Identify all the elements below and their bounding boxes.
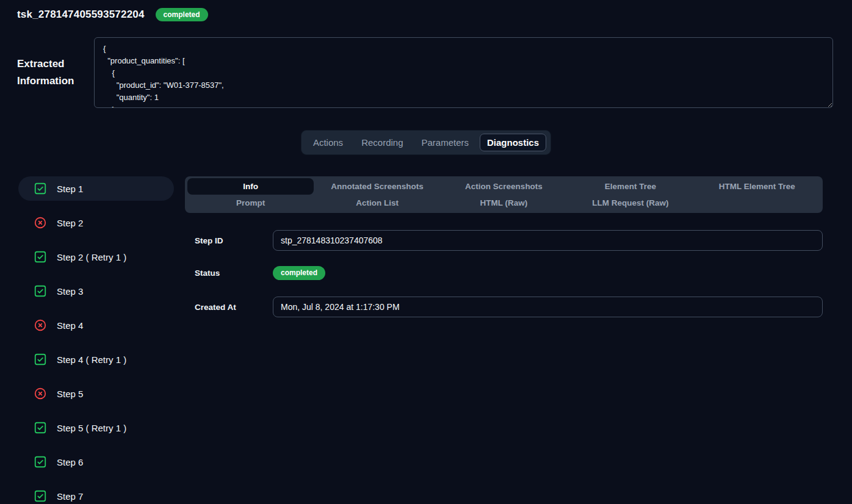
step-item-5-retry-1[interactable]: Step 5 ( Retry 1 ) <box>18 416 174 440</box>
error-circle-icon <box>34 319 47 332</box>
subtab-html-raw[interactable]: HTML (Raw) <box>441 195 567 211</box>
check-square-icon <box>34 489 47 503</box>
step-item-4-retry-1[interactable]: Step 4 ( Retry 1 ) <box>18 347 174 372</box>
main-content: Step 1 Step 2 Step 2 ( Retry 1 ) Step 3 <box>18 176 823 504</box>
step-item-5[interactable]: Step 5 <box>18 381 174 406</box>
extracted-information-section: Extracted Information { "product_quantit… <box>17 37 833 108</box>
main-tabbar-wrap: Actions Recording Parameters Diagnostics <box>0 130 852 155</box>
steps-sidebar: Step 1 Step 2 Step 2 ( Retry 1 ) Step 3 <box>18 176 174 504</box>
created-at-input[interactable] <box>273 297 823 317</box>
subtab-prompt[interactable]: Prompt <box>187 195 314 211</box>
step-label: Step 7 <box>57 491 83 502</box>
step-label: Step 6 <box>57 457 83 467</box>
step-label: Step 5 ( Retry 1 ) <box>57 423 126 433</box>
extracted-information-textarea[interactable]: { "product_quantities": [ { "product_id"… <box>94 37 833 108</box>
check-square-icon <box>34 182 47 195</box>
error-circle-icon <box>34 387 47 400</box>
step-label: Step 3 <box>57 286 83 297</box>
step-label: Step 2 ( Retry 1 ) <box>57 252 126 262</box>
step-item-2[interactable]: Step 2 <box>18 211 174 235</box>
task-header: tsk_278147405593572204 completed <box>0 0 852 21</box>
check-square-icon <box>34 250 47 264</box>
main-tabbar: Actions Recording Parameters Diagnostics <box>301 130 551 155</box>
subtab-llm-request-raw[interactable]: LLM Request (Raw) <box>567 195 693 211</box>
step-item-4[interactable]: Step 4 <box>18 313 174 337</box>
tab-diagnostics[interactable]: Diagnostics <box>480 134 546 151</box>
created-at-label: Created At <box>195 303 273 312</box>
step-id-input[interactable] <box>273 230 823 251</box>
diagnostics-panel: Info Annotated Screenshots Action Screen… <box>185 176 823 329</box>
subtab-info[interactable]: Info <box>187 178 314 195</box>
step-label: Step 2 <box>57 218 83 228</box>
error-circle-icon <box>34 216 47 229</box>
subtab-action-list[interactable]: Action List <box>314 195 440 211</box>
field-created-at: Created At <box>195 297 823 317</box>
subtab-spacer <box>694 195 820 211</box>
subtab-html-element-tree[interactable]: HTML Element Tree <box>694 178 820 195</box>
tab-parameters[interactable]: Parameters <box>414 134 477 151</box>
task-id-title: tsk_278147405593572204 <box>17 9 145 21</box>
status-label: Status <box>195 268 273 278</box>
subtab-element-tree[interactable]: Element Tree <box>567 178 693 195</box>
task-status-badge: completed <box>156 8 208 21</box>
step-item-6[interactable]: Step 6 <box>18 450 174 474</box>
step-id-label: Step ID <box>195 236 273 245</box>
subtab-action-screenshots[interactable]: Action Screenshots <box>441 178 567 195</box>
step-item-1[interactable]: Step 1 <box>18 176 174 201</box>
step-label: Step 4 <box>57 320 83 331</box>
step-label: Step 5 <box>57 389 83 399</box>
step-label: Step 4 ( Retry 1 ) <box>57 355 126 365</box>
step-item-2-retry-1[interactable]: Step 2 ( Retry 1 ) <box>18 245 174 269</box>
field-step-id: Step ID <box>195 230 823 251</box>
tab-recording[interactable]: Recording <box>354 134 410 151</box>
check-square-icon <box>34 284 47 298</box>
step-item-3[interactable]: Step 3 <box>18 279 174 303</box>
field-status: Status completed <box>195 262 823 283</box>
extracted-information-label: Extracted Information <box>17 56 85 90</box>
subtab-annotated-screenshots[interactable]: Annotated Screenshots <box>314 178 440 195</box>
step-label: Step 1 <box>57 184 83 194</box>
check-square-icon <box>34 455 47 469</box>
tab-actions[interactable]: Actions <box>306 134 350 151</box>
info-fields: Step ID Status completed Created At <box>185 230 823 317</box>
step-item-7[interactable]: Step 7 <box>18 484 174 504</box>
step-status-badge: completed <box>273 266 325 279</box>
check-square-icon <box>34 353 47 366</box>
check-square-icon <box>34 421 47 434</box>
diagnostics-subtabs: Info Annotated Screenshots Action Screen… <box>185 176 823 213</box>
